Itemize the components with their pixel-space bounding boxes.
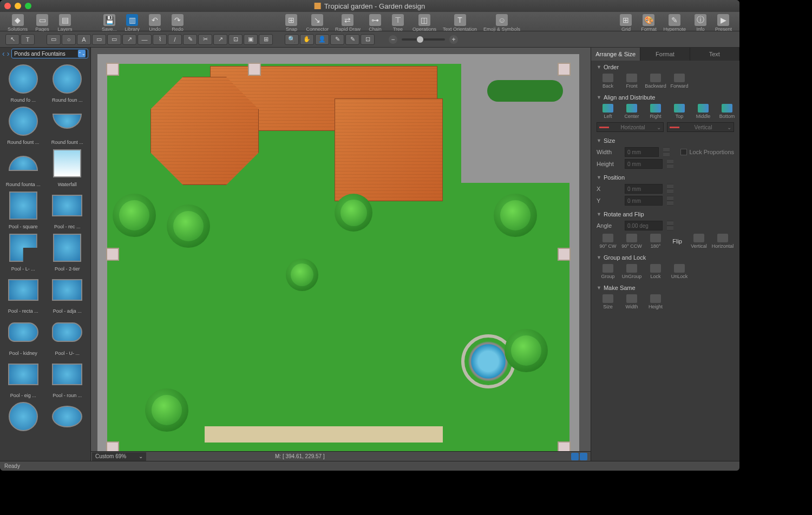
toolbar-present-button[interactable]: ▶Present — [712, 13, 735, 32]
align-row-top[interactable]: Top — [668, 104, 691, 119]
post[interactable] — [558, 248, 571, 261]
y-stepper[interactable] — [667, 196, 673, 206]
library-selector[interactable]: Ponds and Fountains ⌃⌄ — [11, 49, 88, 58]
tool-view-5[interactable]: ⊡ — [361, 34, 375, 45]
tool-shape-12[interactable]: ⊡ — [228, 34, 243, 45]
garden-lot[interactable] — [107, 64, 569, 453]
toolbar-text-orientation-button[interactable]: TText Orientation — [440, 13, 480, 32]
tool-select-1[interactable]: T — [21, 34, 35, 45]
library-shape[interactable]: Pool - recta ... — [2, 273, 44, 314]
flip-row-vertical[interactable]: Vertical — [687, 234, 710, 249]
tool-view-0[interactable]: 🔍 — [285, 34, 299, 45]
group-row-lock[interactable]: Lock — [644, 264, 667, 279]
tool-shape-6[interactable]: — — [137, 34, 152, 45]
toolbar-info-button[interactable]: ⓘInfo — [689, 13, 712, 32]
inspector-tab-text[interactable]: Text — [690, 48, 739, 61]
library-shape[interactable]: Pool - roun ... — [47, 357, 89, 398]
toolbar-emoji-symbols-button[interactable]: ☺Emoji & Symbols — [480, 13, 523, 32]
tool-select-0[interactable]: ↖ — [5, 34, 19, 45]
tool-shape-0[interactable]: ▭ — [47, 34, 61, 45]
tool-shape-3[interactable]: ▭ — [92, 34, 106, 45]
tool-shape-2[interactable]: A — [77, 34, 91, 45]
zoom-out-button[interactable]: − — [389, 35, 397, 44]
post[interactable] — [106, 248, 119, 261]
zoom-combo[interactable]: Custom 69%⌄ — [92, 452, 146, 461]
toolbar-undo-button[interactable]: ↶Undo — [143, 13, 166, 32]
tool-shape-1[interactable]: ○ — [62, 34, 76, 45]
toolbar-redo-button[interactable]: ↷Redo — [166, 13, 189, 32]
close-window-button[interactable] — [4, 3, 11, 9]
library-back-button[interactable]: ‹ — [2, 49, 5, 58]
library-shape[interactable] — [2, 399, 44, 435]
toolbar-hypernote-button[interactable]: ✎Hypernote — [660, 13, 689, 32]
group-row-ungroup[interactable]: UnGroup — [620, 264, 643, 279]
library-shape[interactable]: Pool - adja ... — [47, 273, 89, 314]
same-row-width[interactable]: Width — [620, 294, 643, 309]
path[interactable] — [205, 426, 443, 443]
tool-view-4[interactable]: ✎ — [345, 34, 359, 45]
library-shape[interactable]: Pool - eig ... — [2, 357, 44, 398]
height-stepper[interactable] — [667, 159, 673, 169]
y-input[interactable]: 0 mm — [625, 196, 663, 206]
house[interactable] — [150, 66, 443, 201]
toolbar-solutions-button[interactable]: ◆Solutions — [4, 13, 31, 32]
x-input[interactable]: 0 mm — [625, 184, 663, 194]
minimize-window-button[interactable] — [15, 3, 21, 9]
library-shape[interactable]: Pool - square — [2, 188, 44, 229]
library-shape[interactable]: Pool - kidney — [2, 315, 44, 356]
order-row-front[interactable]: Front — [620, 74, 643, 89]
width-input[interactable]: 0 mm — [625, 147, 659, 157]
distribute-horizontal[interactable]: Horizontal⌄ — [597, 122, 664, 132]
toolbar-rapid-draw-button[interactable]: ⇄Rapid Draw — [332, 13, 364, 32]
tree[interactable] — [286, 259, 318, 291]
inspector-tab-arrange-size[interactable]: Arrange & Size — [591, 48, 640, 61]
hedge[interactable] — [487, 80, 563, 102]
tool-shape-13[interactable]: ▣ — [244, 34, 258, 45]
align-row-middle[interactable]: Middle — [692, 104, 715, 119]
toolbar-save--button[interactable]: 💾Save... — [98, 13, 121, 32]
inspector-tab-format[interactable]: Format — [640, 48, 690, 61]
group-row-group[interactable]: Group — [597, 264, 619, 279]
x-stepper[interactable] — [667, 184, 673, 194]
canvas-area[interactable]: Custom 69%⌄ M: [ 394.61, 229.57 ] — [91, 48, 591, 461]
align-row-bottom[interactable]: Bottom — [716, 104, 738, 119]
toolbar-connector-button[interactable]: ↘Connector — [303, 13, 332, 32]
library-shape[interactable]: Round founta ... — [2, 146, 44, 187]
post[interactable] — [558, 63, 571, 76]
library-shape[interactable]: Round fo ... — [2, 62, 44, 103]
lock-proportions-checkbox[interactable]: Lock Proportions — [680, 149, 734, 155]
toolbar-operations-button[interactable]: ◫Operations — [409, 13, 440, 32]
toolbar-layers-button[interactable]: ▤Layers — [54, 13, 76, 32]
tree[interactable] — [113, 194, 156, 237]
library-forward-button[interactable]: › — [7, 49, 10, 58]
order-row-back[interactable]: Back — [597, 74, 619, 89]
library-shape[interactable]: Pool - 2-tier — [47, 230, 89, 272]
library-shape[interactable] — [47, 399, 89, 435]
toolbar-grid-button[interactable]: ⊞Grid — [614, 13, 637, 32]
flip-row-horizontal[interactable]: Horizontal — [711, 234, 734, 249]
group-row-unlock[interactable]: UnLock — [668, 264, 691, 279]
tool-shape-4[interactable]: ▭ — [107, 34, 121, 45]
toolbar-format-button[interactable]: 🎨Format — [637, 13, 660, 32]
library-shape[interactable]: Pool - U- ... — [47, 315, 89, 356]
tree[interactable] — [494, 194, 537, 237]
library-shape[interactable]: Round fount ... — [47, 104, 89, 145]
distribute-vertical[interactable]: Vertical⌄ — [667, 122, 734, 132]
tree[interactable] — [505, 329, 548, 372]
tool-view-2[interactable]: 👤 — [315, 34, 329, 45]
tree[interactable] — [145, 388, 188, 432]
library-shape[interactable]: Round foun ... — [47, 62, 89, 103]
toolbar-tree-button[interactable]: ⊤Tree — [387, 13, 409, 32]
align-row-center[interactable]: Center — [620, 104, 643, 119]
width-stepper[interactable] — [663, 147, 670, 157]
toolbar-chain-button[interactable]: ⊶Chain — [364, 13, 387, 32]
zoom-window-button[interactable] — [25, 3, 31, 9]
angle-stepper[interactable] — [667, 221, 673, 230]
canvas-page[interactable] — [97, 54, 579, 461]
zoom-in-button[interactable]: + — [449, 35, 458, 44]
tool-shape-14[interactable]: ⊞ — [259, 34, 273, 45]
height-input[interactable]: 0 mm — [625, 159, 663, 169]
tool-view-1[interactable]: ✋ — [300, 34, 314, 45]
rot-row--[interactable]: 180° — [644, 234, 667, 249]
post[interactable] — [106, 63, 119, 76]
